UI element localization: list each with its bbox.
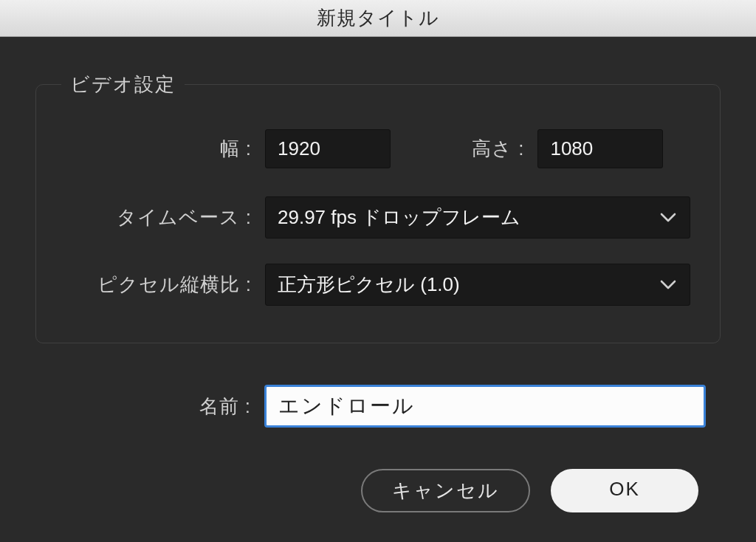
height-label: 高さ : [472, 136, 537, 162]
dialog-button-row: キャンセル OK [21, 469, 698, 512]
name-input[interactable] [264, 385, 706, 428]
width-label: 幅 : [58, 136, 265, 162]
dimensions-row: 幅 : 高さ : [58, 129, 690, 168]
video-settings-legend: ビデオ設定 [61, 72, 185, 97]
name-row: 名前 : [50, 385, 706, 428]
height-input[interactable] [537, 129, 663, 168]
ok-button[interactable]: OK [551, 469, 698, 512]
timebase-label: タイムベース : [58, 205, 265, 230]
timebase-dropdown[interactable]: 29.97 fps ドロップフレーム [265, 196, 690, 239]
timebase-row: タイムベース : 29.97 fps ドロップフレーム [58, 196, 690, 239]
name-label: 名前 : [50, 394, 264, 419]
chevron-down-icon [660, 280, 676, 290]
dialog-titlebar: 新規タイトル [0, 0, 756, 37]
pixel-aspect-row: ピクセル縦横比 : 正方形ピクセル (1.0) [58, 264, 690, 306]
video-settings-group: ビデオ設定 幅 : 高さ : タイムベース : 29.97 fps ドロップフレ… [35, 84, 721, 343]
width-input[interactable] [265, 129, 391, 168]
dialog-body: ビデオ設定 幅 : 高さ : タイムベース : 29.97 fps ドロップフレ… [0, 37, 756, 542]
chevron-down-icon [660, 213, 676, 223]
cancel-button[interactable]: キャンセル [361, 469, 530, 512]
pixel-aspect-label: ピクセル縦横比 : [58, 272, 265, 298]
dialog-title: 新規タイトル [317, 5, 439, 31]
pixel-aspect-dropdown[interactable]: 正方形ピクセル (1.0) [265, 264, 690, 306]
timebase-value: 29.97 fps ドロップフレーム [278, 205, 654, 230]
pixel-aspect-value: 正方形ピクセル (1.0) [278, 272, 654, 298]
